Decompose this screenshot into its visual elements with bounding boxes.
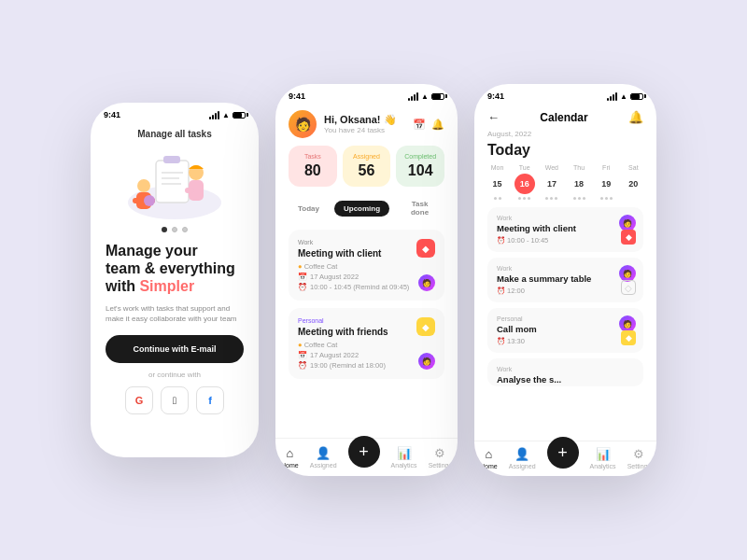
onboarding-dots bbox=[162, 227, 188, 232]
task-badge-2: ◆ bbox=[416, 317, 435, 336]
nav-analytics-mid[interactable]: 📊 Analytics bbox=[391, 446, 417, 469]
nav-assigned-right[interactable]: 👤 Assigned bbox=[509, 447, 536, 469]
cal-day-sat[interactable]: Sat 20 bbox=[623, 164, 643, 200]
battery-icon-right bbox=[630, 93, 643, 100]
back-button[interactable]: ← bbox=[487, 110, 500, 124]
cal-name-3: Call mom bbox=[497, 324, 634, 334]
status-time-right: 9:41 bbox=[487, 91, 504, 101]
bottom-nav-right: ⌂ Home 👤 Assigned + 📊 Analytics ⚙ Settin… bbox=[474, 441, 656, 474]
status-time-mid: 9:41 bbox=[289, 91, 305, 101]
cal-time-3: ⏰ 13:30 bbox=[497, 337, 634, 345]
day-num-16: 16 bbox=[514, 174, 535, 194]
day-num-20: 20 bbox=[623, 174, 643, 194]
cal-badge-1: ◆ bbox=[621, 230, 636, 245]
month-label: August, 2022 bbox=[474, 128, 656, 140]
task-assignee-2: ● Coffee Cat bbox=[298, 341, 435, 349]
continue-email-button[interactable]: Continue with E-mail bbox=[106, 335, 244, 363]
task-badge-1: ◆ bbox=[416, 239, 435, 258]
google-login-button[interactable]: G bbox=[125, 386, 153, 414]
task-date-2: 📅 17 August 2022 bbox=[298, 351, 435, 359]
tasks-content: 🧑 Hi, Oksana! 👋 You have 24 tasks 📅 🔔 Ta… bbox=[275, 105, 458, 474]
tab-task-done[interactable]: Task done bbox=[395, 196, 444, 220]
task-card-1[interactable]: Work Meeting with client ● Coffee Cat 📅 … bbox=[289, 230, 444, 301]
nav-settings-right[interactable]: ⚙ Settings bbox=[627, 447, 651, 469]
task-date-1: 📅 17 August 2022 bbox=[298, 273, 435, 281]
nav-settings-mid[interactable]: ⚙ Settings bbox=[429, 446, 452, 469]
calendar-header: ← Calendar 🔔 bbox=[474, 105, 656, 128]
cal-task-4[interactable]: Work Analyse the s... bbox=[487, 358, 643, 386]
cal-tag-4: Work bbox=[497, 366, 634, 372]
stat-tasks-label: Tasks bbox=[294, 153, 331, 160]
stat-tasks: Tasks 80 bbox=[289, 146, 337, 187]
bottom-nav-mid: ⌂ Home 👤 Assigned + 📊 Analytics ⚙ Settin… bbox=[275, 438, 458, 474]
dot-2 bbox=[172, 227, 177, 232]
stat-assigned-label: Assigned bbox=[348, 153, 386, 160]
task-tag-1: Work bbox=[298, 239, 435, 245]
calendar-phone: 9:41 ▲ ← Calendar 🔔 August, 2022 Today bbox=[474, 84, 656, 476]
cal-tag-1: Work bbox=[497, 215, 634, 221]
social-login-buttons: G  f bbox=[125, 386, 224, 414]
cal-day-mon[interactable]: Mon 15 bbox=[487, 164, 508, 200]
settings-icon-mid: ⚙ bbox=[434, 446, 445, 460]
assigned-icon-right: 👤 bbox=[514, 447, 529, 461]
svg-rect-1 bbox=[156, 161, 189, 203]
dot-1 bbox=[162, 227, 167, 232]
svg-rect-2 bbox=[163, 156, 180, 163]
day-dots-tue bbox=[518, 197, 530, 200]
tab-today[interactable]: Today bbox=[289, 201, 329, 217]
svg-point-6 bbox=[137, 179, 150, 192]
onboarding-content: Manage all tasks bbox=[91, 123, 259, 452]
header-action-icons: 📅 🔔 bbox=[413, 119, 444, 131]
cal-time-2: ⏰ 12:00 bbox=[497, 287, 634, 295]
nav-home-right[interactable]: ⌂ Home bbox=[480, 447, 498, 469]
task-assignee-1: ● Coffee Cat bbox=[298, 262, 435, 271]
calendar-tasks: Work Meeting with client ⏰ 10:00 - 10:45… bbox=[474, 203, 656, 441]
task-name-2: Meeting with friends bbox=[298, 327, 435, 337]
stat-completed-label: Completed bbox=[402, 153, 439, 160]
wifi-icon: ▲ bbox=[222, 111, 230, 119]
task-card-2[interactable]: Personal Meeting with friends ● Coffee C… bbox=[289, 308, 444, 379]
day-num-19: 19 bbox=[596, 174, 616, 194]
nav-home-mid[interactable]: ⌂ Home bbox=[281, 446, 299, 469]
calendar-icon[interactable]: 📅 bbox=[413, 119, 426, 131]
stats-row: Tasks 80 Assigned 56 Completed 104 bbox=[275, 146, 458, 196]
facebook-login-button[interactable]: f bbox=[196, 386, 224, 414]
day-dots-fri bbox=[600, 197, 613, 200]
illustration bbox=[123, 147, 226, 221]
phones-container: 9:41 ▲ Manage all tasks bbox=[91, 84, 656, 476]
notification-bell-right[interactable]: 🔔 bbox=[628, 110, 643, 124]
cal-day-tue[interactable]: Tue 16 bbox=[514, 164, 535, 200]
cal-day-wed[interactable]: Wed 17 bbox=[542, 164, 562, 200]
task-time-2: ⏰ 19:00 (Remind at 18:00) bbox=[298, 361, 435, 370]
cal-time-1: ⏰ 10:00 - 10:45 bbox=[497, 236, 634, 245]
nav-analytics-right[interactable]: 📊 Analytics bbox=[590, 447, 616, 469]
assigned-icon-mid: 👤 bbox=[316, 446, 331, 460]
or-continue-text: or continue with bbox=[148, 371, 201, 379]
stat-completed-value: 104 bbox=[402, 162, 439, 179]
add-task-button-right[interactable]: + bbox=[547, 437, 579, 469]
nav-assigned-mid[interactable]: 👤 Assigned bbox=[310, 446, 337, 469]
day-num-15: 15 bbox=[487, 174, 508, 194]
tab-upcoming[interactable]: Upcoming bbox=[334, 201, 389, 217]
cal-day-fri[interactable]: Fri 19 bbox=[596, 164, 616, 200]
svg-point-10 bbox=[144, 195, 155, 206]
cal-day-thu[interactable]: Thu 18 bbox=[569, 164, 589, 200]
add-task-button-mid[interactable]: + bbox=[348, 436, 380, 468]
status-icons-left: ▲ bbox=[209, 111, 246, 119]
notification-icon[interactable]: 🔔 bbox=[431, 119, 444, 131]
svg-rect-13 bbox=[185, 188, 194, 193]
battery-icon bbox=[233, 112, 246, 119]
cal-task-1[interactable]: Work Meeting with client ⏰ 10:00 - 10:45… bbox=[487, 207, 643, 252]
status-bar-mid: 9:41 ▲ bbox=[275, 84, 458, 105]
cal-task-2[interactable]: Work Make a summary table ⏰ 12:00 🧑 ◇ bbox=[487, 258, 643, 302]
cal-badge-outline-2: ◇ bbox=[621, 280, 636, 295]
apple-login-button[interactable]:  bbox=[161, 386, 189, 414]
dot-3 bbox=[182, 227, 188, 232]
signal-icon bbox=[209, 111, 219, 119]
tasks-list: Work Meeting with client ● Coffee Cat 📅 … bbox=[275, 230, 458, 438]
cal-task-3[interactable]: Personal Call mom ⏰ 13:30 🧑 ◆ bbox=[487, 308, 643, 353]
home-icon-mid: ⌂ bbox=[286, 446, 293, 460]
stat-completed: Completed 104 bbox=[396, 146, 444, 187]
task-tabs: Today Upcoming Task done bbox=[275, 196, 458, 230]
day-num-18: 18 bbox=[569, 174, 589, 194]
